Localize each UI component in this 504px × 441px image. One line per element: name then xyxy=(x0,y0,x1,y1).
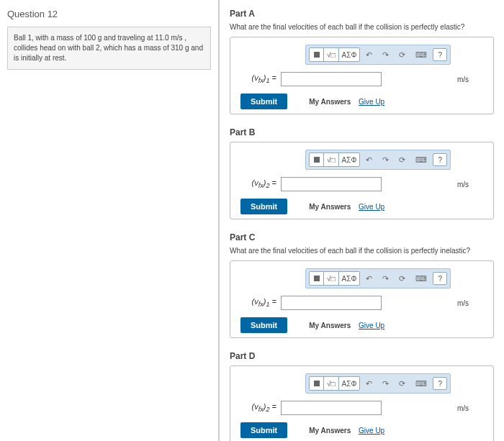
equation-toolbar: √□ ΑΣΦ ↶ ↷ ⟳ ⌨ ? xyxy=(305,373,451,394)
give-up-link[interactable]: Give Up xyxy=(359,203,384,211)
keyboard-icon[interactable]: ⌨ xyxy=(411,378,431,390)
answer-box: √□ ΑΣΦ ↶ ↷ ⟳ ⌨ ? (vfx)1 = m/s Submit xyxy=(230,37,494,114)
redo-icon[interactable]: ↷ xyxy=(378,378,393,390)
my-answers-link[interactable]: My Answers xyxy=(309,427,351,435)
answer-input[interactable] xyxy=(281,72,382,86)
submit-button[interactable]: Submit xyxy=(240,317,287,333)
answer-box: √□ ΑΣΦ ↶ ↷ ⟳ ⌨ ? (vfx)2 = m/s Submit xyxy=(230,365,494,441)
reset-icon[interactable]: ⟳ xyxy=(395,49,410,61)
greek-button[interactable]: ΑΣΦ xyxy=(339,48,360,61)
part-c: Part C What are the final velocities of … xyxy=(230,232,494,338)
give-up-link[interactable]: Give Up xyxy=(359,322,384,329)
submit-button[interactable]: Submit xyxy=(240,94,287,109)
sqrt-icon[interactable]: √□ xyxy=(324,153,339,166)
my-answers-link[interactable]: My Answers xyxy=(309,322,351,329)
part-prompt: What are the final velocities of each ba… xyxy=(230,247,494,255)
undo-icon[interactable]: ↶ xyxy=(361,154,377,166)
unit-label: m/s xyxy=(457,299,469,307)
part-a: Part A What are the final velocities of … xyxy=(230,9,494,114)
part-title: Part D xyxy=(230,351,494,361)
answer-box: √□ ΑΣΦ ↶ ↷ ⟳ ⌨ ? (vfx)2 = m/s Submit xyxy=(230,142,494,219)
help-button[interactable]: ? xyxy=(433,272,447,285)
help-button[interactable]: ? xyxy=(433,377,447,390)
question-text: Ball 1, with a mass of 100 g and traveli… xyxy=(7,27,211,70)
help-button[interactable]: ? xyxy=(433,48,447,61)
question-panel: Question 12 Ball 1, with a mass of 100 g… xyxy=(0,0,220,441)
template-icon[interactable] xyxy=(310,48,324,61)
give-up-link[interactable]: Give Up xyxy=(359,427,384,435)
sqrt-icon[interactable]: √□ xyxy=(324,272,339,285)
svg-rect-0 xyxy=(314,52,320,58)
variable-label: (vfx)2 = xyxy=(240,402,276,413)
svg-rect-1 xyxy=(314,157,320,163)
variable-label: (vfx)2 = xyxy=(240,178,276,189)
reset-icon[interactable]: ⟳ xyxy=(395,273,410,285)
answer-panel: Part A What are the final velocities of … xyxy=(220,0,504,441)
variable-label: (vfx)1 = xyxy=(240,73,276,84)
answer-input[interactable] xyxy=(281,401,382,415)
undo-icon[interactable]: ↶ xyxy=(361,49,377,61)
my-answers-link[interactable]: My Answers xyxy=(309,203,351,211)
part-b: Part B √□ ΑΣΦ ↶ ↷ ⟳ ⌨ ? (vfx)2 = xyxy=(230,127,494,219)
equation-toolbar: √□ ΑΣΦ ↶ ↷ ⟳ ⌨ ? xyxy=(305,45,451,65)
unit-label: m/s xyxy=(457,181,469,188)
greek-button[interactable]: ΑΣΦ xyxy=(339,272,360,285)
answer-input[interactable] xyxy=(281,177,382,191)
template-icon[interactable] xyxy=(310,272,324,285)
part-prompt: What are the final velocities of each ba… xyxy=(230,23,494,31)
submit-button[interactable]: Submit xyxy=(240,199,287,214)
redo-icon[interactable]: ↷ xyxy=(378,49,393,61)
unit-label: m/s xyxy=(457,404,469,412)
svg-rect-3 xyxy=(314,381,320,386)
keyboard-icon[interactable]: ⌨ xyxy=(411,154,431,166)
undo-icon[interactable]: ↶ xyxy=(361,378,377,390)
part-d: Part D √□ ΑΣΦ ↶ ↷ ⟳ ⌨ ? (vfx)2 = xyxy=(230,351,494,441)
keyboard-icon[interactable]: ⌨ xyxy=(411,273,431,285)
keyboard-icon[interactable]: ⌨ xyxy=(411,49,431,61)
undo-icon[interactable]: ↶ xyxy=(361,273,377,285)
variable-label: (vfx)1 = xyxy=(240,297,276,308)
part-title: Part A xyxy=(230,9,494,19)
redo-icon[interactable]: ↷ xyxy=(378,273,393,285)
greek-button[interactable]: ΑΣΦ xyxy=(339,377,360,390)
equation-toolbar: √□ ΑΣΦ ↶ ↷ ⟳ ⌨ ? xyxy=(305,150,451,170)
template-icon[interactable] xyxy=(310,153,324,166)
reset-icon[interactable]: ⟳ xyxy=(395,154,410,166)
sqrt-icon[interactable]: √□ xyxy=(324,48,339,61)
question-title: Question 12 xyxy=(7,9,211,19)
template-icon[interactable] xyxy=(310,377,324,390)
svg-rect-2 xyxy=(314,276,320,281)
answer-input[interactable] xyxy=(281,296,382,310)
unit-label: m/s xyxy=(457,76,469,83)
greek-button[interactable]: ΑΣΦ xyxy=(339,153,360,166)
answer-box: √□ ΑΣΦ ↶ ↷ ⟳ ⌨ ? (vfx)1 = m/s Submit xyxy=(230,260,494,338)
sqrt-icon[interactable]: √□ xyxy=(324,377,339,390)
part-title: Part B xyxy=(230,127,494,137)
part-title: Part C xyxy=(230,232,494,242)
submit-button[interactable]: Submit xyxy=(240,422,287,438)
equation-toolbar: √□ ΑΣΦ ↶ ↷ ⟳ ⌨ ? xyxy=(305,268,451,288)
redo-icon[interactable]: ↷ xyxy=(378,154,393,166)
my-answers-link[interactable]: My Answers xyxy=(309,98,351,106)
reset-icon[interactable]: ⟳ xyxy=(395,378,410,390)
give-up-link[interactable]: Give Up xyxy=(359,98,384,106)
help-button[interactable]: ? xyxy=(433,153,447,166)
